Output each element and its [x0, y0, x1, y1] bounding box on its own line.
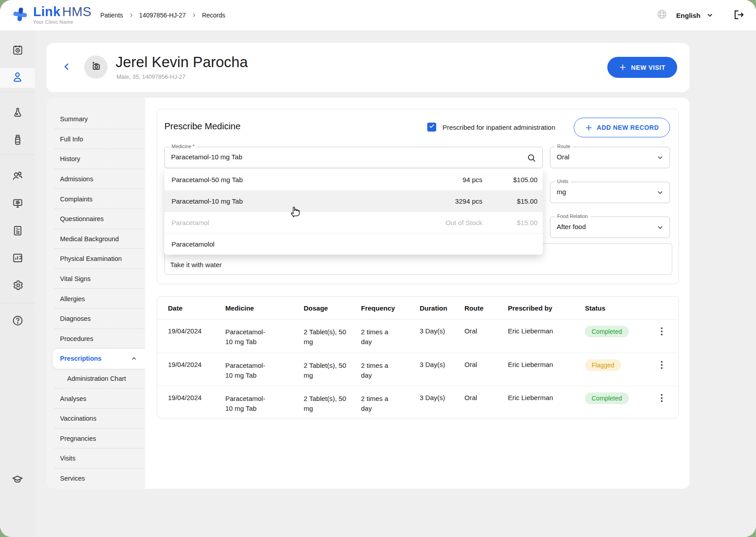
cell-route: Oral: [464, 327, 508, 335]
nav-item-vaccinations[interactable]: Vaccinations: [47, 409, 145, 429]
row-actions-menu[interactable]: [658, 325, 666, 339]
rail-divider: [0, 92, 35, 92]
option-stock: 3294 pcs: [455, 197, 482, 205]
nav-item-physical-examination[interactable]: Physical Examination: [47, 249, 145, 269]
food-relation-select[interactable]: Food Relation After food: [550, 217, 670, 238]
nav-item-history[interactable]: History: [47, 149, 145, 169]
medicine-field-value: Paracetamol-10 mg Tab: [171, 153, 242, 161]
chevron-down-icon: [656, 223, 664, 233]
medicine-option[interactable]: Paracetamol-10 mg Tab 3294 pcs $15.00: [164, 190, 543, 212]
medicine-field[interactable]: Medicine * Paracetamol-10 mg Tab: [164, 147, 543, 168]
cell-route: Oral: [464, 361, 508, 368]
sidebar-item-admin[interactable]: [0, 194, 35, 214]
route-select[interactable]: Route Oral: [550, 147, 670, 168]
sidebar-item-training[interactable]: [0, 470, 35, 490]
nav-item-vital-signs[interactable]: Vital Signs: [47, 269, 145, 289]
camera-plus-icon: [90, 60, 102, 74]
nav-item-medical-background[interactable]: Medical Background: [47, 229, 145, 249]
food-relation-value: After food: [557, 223, 586, 230]
table-row: 19/04/2024 Paracetamol-10 mg Tab 2 Table…: [157, 386, 679, 418]
sidebar-item-staff[interactable]: [0, 167, 35, 187]
cell-medicine: Paracetamol-10 mg Tab: [225, 361, 272, 380]
plus-icon: [585, 124, 593, 132]
invoice-icon: $: [12, 225, 24, 239]
inpatient-checkbox-label[interactable]: Prescribed for inpatient administration: [442, 124, 555, 131]
nav-item-complaints[interactable]: Complaints: [47, 189, 145, 209]
nav-item-services[interactable]: Services: [47, 469, 145, 489]
calendar-clock-icon: [12, 44, 24, 58]
app-logo[interactable]: LinkHMS Your Clinic Name: [12, 5, 91, 25]
patient-name: Jerel Kevin Parocha: [116, 54, 248, 71]
nav-item-prescriptions[interactable]: Prescriptions: [53, 349, 145, 369]
table-row: 19/04/2024 Paracetamol-10 mg Tab 2 Table…: [157, 320, 679, 353]
note-field-value: Take it with water: [170, 261, 222, 268]
record-menu: Summary Full Info History Admissions Com…: [47, 98, 145, 489]
medicine-bottle-icon: [12, 134, 24, 148]
search-icon[interactable]: [527, 153, 537, 165]
section-title: Prescribe Medicine: [164, 121, 241, 132]
cell-prescribed-by: Eric Lieberman: [508, 361, 585, 368]
nav-item-full-info[interactable]: Full Info: [47, 129, 145, 149]
nav-item-analyses[interactable]: Analyses: [47, 388, 145, 409]
language-label: English: [676, 12, 700, 19]
row-actions-menu[interactable]: [658, 392, 666, 405]
nav-item-pregnancies[interactable]: Pregnancies: [47, 429, 145, 449]
add-new-record-button[interactable]: ADD NEW RECORD: [574, 118, 670, 137]
chevron-right-icon: [191, 13, 197, 18]
nav-item-visits[interactable]: Visits: [47, 448, 145, 469]
medicine-option[interactable]: Paracetamol-50 mg Tab 94 pcs $105.00: [164, 169, 543, 190]
status-badge: Completed: [585, 392, 629, 404]
medicine-option-out-of-stock: Paracetamol Out of Stock $15.00: [164, 212, 543, 233]
logout-button[interactable]: [733, 9, 744, 22]
new-visit-button[interactable]: NEW VISIT: [607, 57, 677, 78]
logo-text: LinkHMS Your Clinic Name: [33, 5, 91, 25]
option-stock: Out of Stock: [445, 219, 482, 226]
patient-avatar[interactable]: [84, 55, 107, 79]
cell-duration: 3 Day(s): [420, 394, 464, 401]
sidebar-item-patients[interactable]: [0, 68, 35, 88]
nav-label: Diagnoses: [60, 315, 91, 322]
nav-label: Questionnaires: [60, 215, 104, 222]
sidebar-item-appointments[interactable]: [0, 41, 35, 60]
medicine-field-label: Medicine *: [169, 144, 197, 149]
breadcrumb-records[interactable]: Records: [202, 12, 225, 19]
option-stock: 94 pcs: [463, 176, 482, 183]
col-prescribed-by: Prescribed by: [508, 304, 585, 312]
row-actions-menu[interactable]: [658, 359, 666, 372]
medicine-option[interactable]: Paracetamolol: [164, 233, 543, 255]
nav-item-admissions[interactable]: Admissions: [47, 169, 145, 189]
inpatient-checkbox[interactable]: [427, 123, 436, 132]
cell-dosage: 2 Tablet(s), 50 mg: [304, 361, 346, 380]
prescriptions-table: Date Medicine Dosage Frequency Duration …: [157, 296, 679, 418]
language-selector[interactable]: English: [674, 11, 714, 19]
sidebar-item-laboratory[interactable]: [0, 103, 35, 123]
nav-item-summary[interactable]: Summary: [47, 109, 145, 129]
chevron-down-icon: [656, 153, 664, 163]
sidebar-item-reports[interactable]: [0, 249, 35, 268]
units-select[interactable]: Units mg: [550, 182, 670, 203]
table-header-row: Date Medicine Dosage Frequency Duration …: [157, 297, 679, 320]
cell-medicine: Paracetamol-10 mg Tab: [225, 394, 272, 413]
breadcrumb: Patients 14097856-HJ-27 Records: [100, 0, 225, 30]
col-status: Status: [585, 304, 658, 312]
nav-label: Visits: [60, 455, 75, 462]
sidebar-item-settings[interactable]: [0, 276, 35, 296]
breadcrumb-patient-id[interactable]: 14097856-HJ-27: [139, 12, 186, 19]
logo-cross-icon: [12, 5, 29, 25]
add-new-record-label: ADD NEW RECORD: [597, 124, 659, 131]
nav-item-diagnoses[interactable]: Diagnoses: [47, 309, 145, 329]
sidebar-item-help[interactable]: [0, 311, 35, 331]
nav-item-administration-chart[interactable]: Administration Chart: [47, 369, 145, 389]
nav-item-procedures[interactable]: Procedures: [47, 329, 145, 349]
nav-item-allergies[interactable]: Allergies: [47, 289, 145, 309]
nav-label: Vital Signs: [60, 275, 90, 282]
sidebar-item-pharmacy[interactable]: [0, 131, 35, 150]
nav-item-questionnaires[interactable]: Questionnaires: [47, 209, 145, 229]
rail-divider: [0, 303, 35, 303]
option-price: $105.00: [482, 176, 537, 183]
option-name: Paracetamol-10 mg Tab: [172, 197, 243, 205]
back-button[interactable]: [62, 62, 72, 73]
breadcrumb-patients[interactable]: Patients: [100, 12, 123, 19]
sidebar-item-billing[interactable]: $: [0, 222, 35, 241]
cell-date: 19/04/2024: [168, 327, 225, 335]
